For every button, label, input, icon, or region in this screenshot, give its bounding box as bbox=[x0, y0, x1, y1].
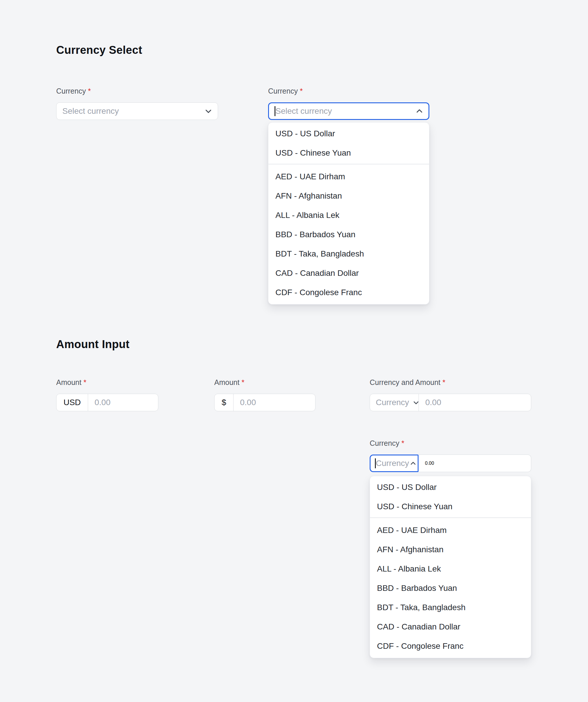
amount-input[interactable]: 0.00 bbox=[419, 394, 531, 411]
dropdown-options-group: AED - UAE DirhamAFN - AfghanistanALL - A… bbox=[268, 167, 429, 302]
dropdown-option[interactable]: USD - US Dollar bbox=[268, 124, 429, 143]
currency-amount-group: Currency 0.00 bbox=[370, 394, 531, 411]
dropdown-option[interactable]: BDT - Taka, Bangladesh bbox=[370, 598, 531, 617]
amount-placeholder: 0.00 bbox=[95, 398, 111, 407]
chevron-up-icon bbox=[415, 106, 424, 116]
amount-input[interactable]: 0.00 bbox=[418, 455, 531, 472]
amount-placeholder: 0.00 bbox=[240, 398, 256, 407]
select-placeholder: Select currency bbox=[62, 106, 119, 116]
currency-amount-group-focused: Currency 0.00 bbox=[370, 455, 531, 472]
dropdown-group-divider bbox=[268, 164, 429, 164]
dropdown-pinned-group: USD - US DollarUSD - Chinese Yuan bbox=[268, 124, 429, 162]
dropdown-option[interactable]: BBD - Barbados Yuan bbox=[370, 579, 531, 598]
dropdown-option[interactable]: AFN - Afghanistan bbox=[268, 186, 429, 206]
currency-components-page: Currency Select Currency * Select curren… bbox=[0, 0, 588, 702]
field-label: Currency * bbox=[370, 439, 531, 448]
amount-input-group: USD 0.00 bbox=[56, 394, 158, 411]
dropdown-option[interactable]: CAD - Canadian Dollar bbox=[268, 263, 429, 283]
field-label-text: Currency and Amount bbox=[370, 378, 440, 387]
section-title-currency-select: Currency Select bbox=[56, 44, 142, 56]
dropdown-group-divider bbox=[370, 517, 531, 518]
currency-symbol-prefix: $ bbox=[214, 394, 233, 411]
amount-placeholder: 0.00 bbox=[425, 398, 442, 407]
dropdown-option[interactable]: ALL - Albania Lek bbox=[370, 559, 531, 579]
currency-and-amount-field: Currency and Amount * Currency 0.00 bbox=[370, 378, 531, 411]
amount-field-symbol-prefix: Amount * $ 0.00 bbox=[214, 378, 315, 411]
currency-placeholder: Currency bbox=[376, 398, 409, 407]
currency-select-open-field: Currency * Select currency bbox=[268, 87, 429, 120]
select-placeholder: Select currency bbox=[275, 106, 332, 116]
dropdown-option[interactable]: ALL - Albania Lek bbox=[268, 206, 429, 225]
dropdown-option[interactable]: AFN - Afghanistan bbox=[370, 540, 531, 559]
amount-placeholder: 0.00 bbox=[425, 461, 434, 466]
section-title-amount-input: Amount Input bbox=[56, 338, 130, 351]
currency-select-trigger[interactable]: Select currency bbox=[56, 102, 218, 120]
dropdown-option[interactable]: BDT - Taka, Bangladesh bbox=[268, 244, 429, 263]
currency-select-trigger-focused[interactable]: Select currency bbox=[268, 102, 429, 120]
amount-field-code-prefix: Amount * USD 0.00 bbox=[56, 378, 158, 411]
currency-placeholder: Currency bbox=[376, 459, 409, 468]
dropdown-option[interactable]: AED - UAE Dirham bbox=[268, 167, 429, 186]
required-asterisk: * bbox=[401, 439, 404, 448]
dropdown-option[interactable]: CAD - Canadian Dollar bbox=[370, 617, 531, 636]
chevron-down-icon bbox=[204, 106, 213, 116]
field-label: Amount * bbox=[56, 378, 158, 387]
amount-input[interactable]: 0.00 bbox=[233, 394, 315, 411]
dropdown-options-group: AED - UAE DirhamAFN - AfghanistanALL - A… bbox=[370, 521, 531, 656]
required-asterisk: * bbox=[443, 378, 446, 387]
field-label: Currency and Amount * bbox=[370, 378, 531, 387]
dropdown-option[interactable]: USD - Chinese Yuan bbox=[268, 143, 429, 162]
dropdown-option[interactable]: AED - UAE Dirham bbox=[370, 521, 531, 540]
amount-input[interactable]: 0.00 bbox=[88, 394, 158, 411]
dropdown-option[interactable]: USD - US Dollar bbox=[370, 478, 531, 497]
dropdown-option[interactable]: BBD - Barbados Yuan bbox=[268, 225, 429, 244]
field-label-text: Currency bbox=[268, 87, 298, 95]
field-label-text: Currency bbox=[370, 439, 399, 448]
currency-and-amount-open-field: Currency * Currency 0.00 bbox=[370, 439, 531, 472]
currency-select-trigger[interactable]: Currency bbox=[370, 394, 419, 411]
required-asterisk: * bbox=[83, 378, 86, 387]
field-label: Amount * bbox=[214, 378, 315, 387]
chevron-up-icon bbox=[409, 460, 417, 467]
dropdown-option[interactable]: USD - Chinese Yuan bbox=[370, 497, 531, 516]
amount-input-group: $ 0.00 bbox=[214, 394, 315, 411]
field-label-text: Amount bbox=[56, 378, 81, 387]
field-label-text: Amount bbox=[214, 378, 239, 387]
required-asterisk: * bbox=[241, 378, 244, 387]
dropdown-pinned-group: USD - US DollarUSD - Chinese Yuan bbox=[370, 478, 531, 516]
currency-code-prefix: USD bbox=[57, 394, 88, 411]
required-asterisk: * bbox=[88, 87, 91, 95]
select-value-area: Select currency bbox=[275, 106, 332, 116]
currency-dropdown-panel: USD - US DollarUSD - Chinese Yuan AED - … bbox=[370, 476, 531, 658]
currency-select-trigger-focused[interactable]: Currency bbox=[370, 455, 418, 472]
field-label: Currency * bbox=[56, 87, 218, 95]
select-value-area: Currency bbox=[375, 458, 409, 468]
required-asterisk: * bbox=[300, 87, 303, 95]
dropdown-option[interactable]: CDF - Congolese Franc bbox=[370, 636, 531, 656]
dropdown-option[interactable]: CDF - Congolese Franc bbox=[268, 283, 429, 302]
currency-select-default-field: Currency * Select currency bbox=[56, 87, 218, 120]
field-label-text: Currency bbox=[56, 87, 86, 95]
currency-dropdown-panel: USD - US DollarUSD - Chinese Yuan AED - … bbox=[268, 122, 429, 305]
field-label: Currency * bbox=[268, 87, 429, 95]
